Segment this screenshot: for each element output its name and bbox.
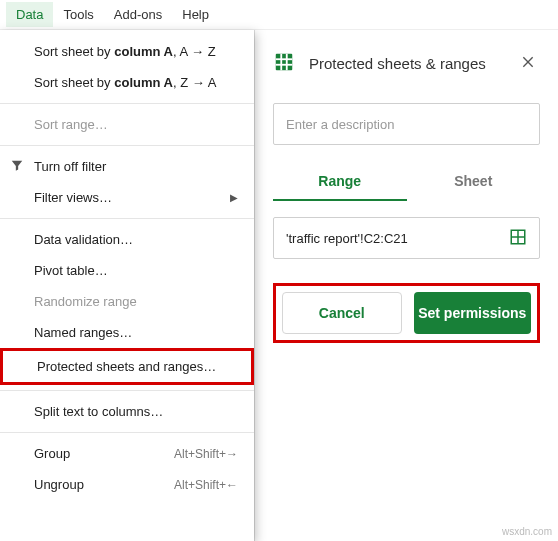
sort-az-label: Sort sheet by column A, A → Z [34, 44, 216, 59]
separator [0, 218, 254, 219]
menu-turn-off-filter[interactable]: Turn off filter [0, 151, 254, 182]
sort-za-label: Sort sheet by column A, Z → A [34, 75, 216, 90]
separator [0, 432, 254, 433]
menu-sort-range: Sort range… [0, 109, 254, 140]
description-input[interactable] [273, 103, 540, 145]
data-dropdown: Sort sheet by column A, A → Z Sort sheet… [0, 30, 254, 541]
ungroup-label: Ungroup [34, 477, 84, 492]
menubar: Data Tools Add-ons Help [0, 0, 558, 30]
menu-randomize-range: Randomize range [0, 286, 254, 317]
menu-named-ranges[interactable]: Named ranges… [0, 317, 254, 348]
cancel-button[interactable]: Cancel [282, 292, 402, 334]
menu-filter-views[interactable]: Filter views… ▶ [0, 182, 254, 213]
panel-header: Protected sheets & ranges [273, 50, 540, 77]
separator [0, 390, 254, 391]
menu-help[interactable]: Help [172, 2, 219, 27]
menu-tools[interactable]: Tools [53, 2, 103, 27]
protected-sheets-panel: Protected sheets & ranges Range Sheet [254, 30, 558, 541]
separator [0, 145, 254, 146]
group-label: Group [34, 446, 70, 461]
menu-protected-sheets[interactable]: Protected sheets and ranges… [0, 348, 254, 385]
tab-sheet[interactable]: Sheet [407, 163, 541, 201]
menu-ungroup[interactable]: Ungroup Alt+Shift+← [0, 469, 254, 500]
menu-sort-za[interactable]: Sort sheet by column A, Z → A [0, 67, 254, 98]
panel-tabs: Range Sheet [273, 163, 540, 201]
separator [0, 103, 254, 104]
select-range-icon[interactable] [505, 224, 531, 253]
svg-rect-0 [276, 54, 293, 71]
menu-group[interactable]: Group Alt+Shift+→ [0, 438, 254, 469]
filter-icon [10, 158, 24, 175]
set-permissions-button[interactable]: Set permissions [414, 292, 532, 334]
watermark: wsxdn.com [502, 526, 552, 537]
menu-split-text[interactable]: Split text to columns… [0, 396, 254, 427]
menu-pivot-table[interactable]: Pivot table… [0, 255, 254, 286]
range-row [273, 217, 540, 259]
panel-title: Protected sheets & ranges [309, 55, 516, 72]
menu-data[interactable]: Data [6, 2, 53, 27]
menu-sort-az[interactable]: Sort sheet by column A, A → Z [0, 36, 254, 67]
filter-views-label: Filter views… [34, 190, 112, 205]
menu-data-validation[interactable]: Data validation… [0, 224, 254, 255]
spreadsheet-icon [273, 51, 295, 76]
button-row: Cancel Set permissions [273, 283, 540, 343]
group-shortcut: Alt+Shift+→ [174, 447, 238, 461]
menu-addons[interactable]: Add-ons [104, 2, 172, 27]
close-button[interactable] [516, 50, 540, 77]
tab-range[interactable]: Range [273, 163, 407, 201]
chevron-right-icon: ▶ [230, 192, 238, 203]
turn-off-filter-label: Turn off filter [34, 159, 106, 174]
ungroup-shortcut: Alt+Shift+← [174, 478, 238, 492]
range-input[interactable] [286, 231, 505, 246]
